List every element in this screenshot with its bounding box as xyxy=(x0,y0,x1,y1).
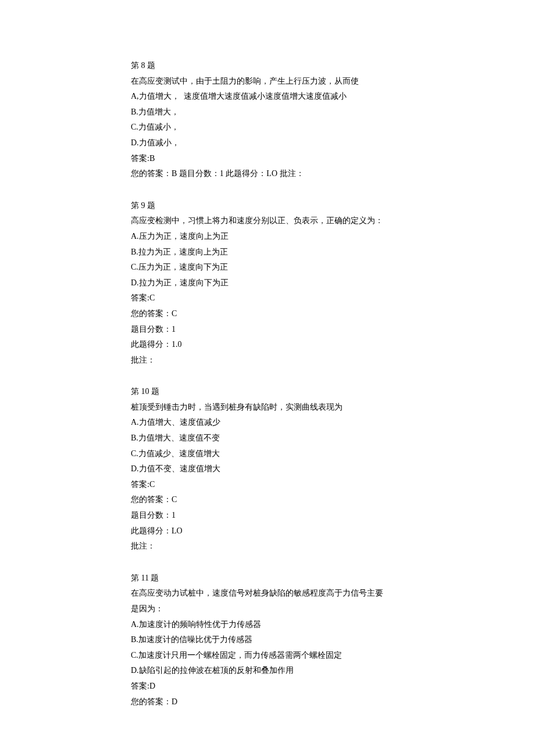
question-header: 第 10 题 xyxy=(131,384,535,400)
option-c: C.压力为正，速度向下为正 xyxy=(131,260,535,275)
question-stem: 高应变检测中，习惯上将力和速度分别以正、负表示，正确的定义为： xyxy=(131,213,535,229)
option-b: B.力值增大， xyxy=(131,105,535,120)
footer-line: 此题得分：LO xyxy=(131,524,535,539)
option-b: B.加速度计的信噪比优于力传感器 xyxy=(131,632,535,648)
question-9: 第 9 题 高应变检测中，习惯上将力和速度分别以正、负表示，正确的定义为： A.… xyxy=(131,198,535,368)
question-10: 第 10 题 桩顶受到锤击力时，当遇到桩身有缺陷时，实测曲线表现为 A.力值增大… xyxy=(131,384,535,554)
option-c: C.力值减小， xyxy=(131,120,535,135)
footer-line: 您的答案：B 题目分数：1 此题得分：LO 批注： xyxy=(131,166,535,182)
footer-line: 题目分数：1 xyxy=(131,508,535,524)
question-8: 第 8 题 在高应变测试中，由于土阻力的影响，产生上行压力波，从而使 A,力值增… xyxy=(131,58,535,182)
question-header: 第 8 题 xyxy=(131,58,535,74)
footer-line: 此题得分：1.0 xyxy=(131,337,535,353)
question-11: 第 11 题 在高应变动力试桩中，速度信号对桩身缺陷的敏感程度高于力信号主要 是… xyxy=(131,571,535,710)
option-a: A.力值增大、速度值减少 xyxy=(131,415,535,431)
answer-line: 答案:C xyxy=(131,477,535,493)
question-stem: 在高应变测试中，由于土阻力的影响，产生上行压力波，从而使 xyxy=(131,74,535,89)
option-d: D.力值不变、速度值增大 xyxy=(131,461,535,477)
option-a: A.加速度计的频响特性优于力传感器 xyxy=(131,617,535,633)
footer-line: 批注： xyxy=(131,353,535,368)
answer-line: 答案:D xyxy=(131,679,535,694)
option-c: C.力值减少、速度值增大 xyxy=(131,446,535,462)
option-d: D.拉力为正，速度向下为正 xyxy=(131,275,535,291)
footer-line: 您的答案：C xyxy=(131,492,535,508)
question-stem: 在高应变动力试桩中，速度信号对桩身缺陷的敏感程度高于力信号主要 xyxy=(131,586,535,601)
option-a: A,力值增大， 速度值增大速度值减小速度值增大速度值减小 xyxy=(131,89,535,105)
question-header: 第 11 题 xyxy=(131,571,535,586)
question-stem: 桩顶受到锤击力时，当遇到桩身有缺陷时，实测曲线表现为 xyxy=(131,400,535,415)
option-b: B.力值增大、速度值不变 xyxy=(131,431,535,446)
question-header: 第 9 题 xyxy=(131,198,535,214)
footer-line: 批注： xyxy=(131,539,535,554)
footer-line: 您的答案：D xyxy=(131,694,535,710)
answer-line: 答案:C xyxy=(131,291,535,306)
option-c: C.加速度计只用一个螺栓固定，而力传感器需两个螺栓固定 xyxy=(131,648,535,664)
option-d: D.力值减小， xyxy=(131,135,535,151)
option-b: B.拉力为正，速度向上为正 xyxy=(131,245,535,260)
answer-line: 答案:B xyxy=(131,151,535,167)
footer-line: 题目分数：1 xyxy=(131,322,535,338)
option-a: A.压力为正，速度向上为正 xyxy=(131,229,535,245)
document-page: 第 8 题 在高应变测试中，由于土阻力的影响，产生上行压力波，从而使 A,力值增… xyxy=(0,0,535,756)
option-d: D.缺陷引起的拉伸波在桩顶的反射和叠加作用 xyxy=(131,663,535,679)
footer-line: 您的答案：C xyxy=(131,306,535,322)
question-stem-2: 是因为： xyxy=(131,601,535,617)
